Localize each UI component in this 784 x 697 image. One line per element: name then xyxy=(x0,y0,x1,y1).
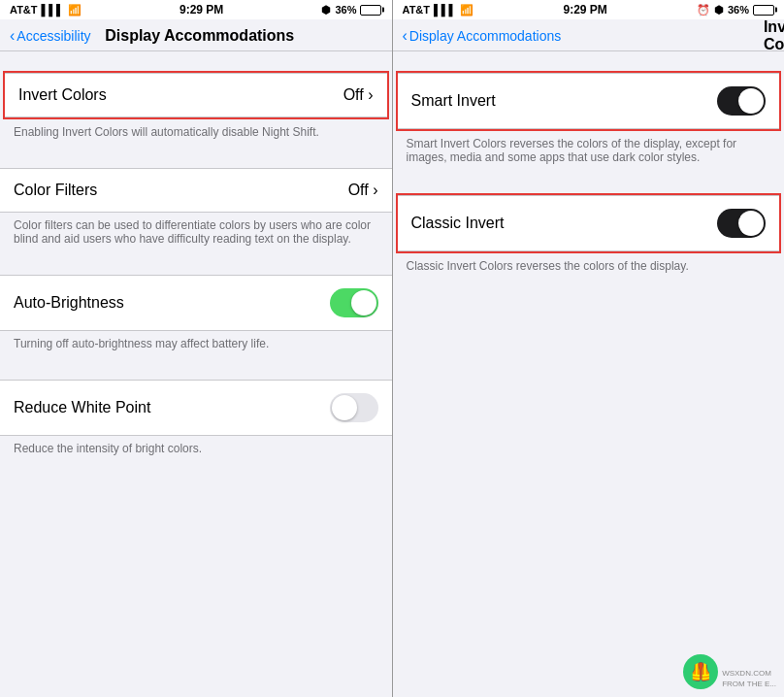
color-filters-label: Color Filters xyxy=(14,182,97,199)
watermark-text: WSXDN.COM FROM THE E... xyxy=(722,669,776,689)
right-back-label: Display Accommodations xyxy=(409,28,561,44)
left-nav-title: Display Accommodations xyxy=(105,27,294,45)
right-bluetooth-icon: ⬢ xyxy=(714,4,724,17)
color-filters-chevron: › xyxy=(373,182,377,198)
classic-invert-toggle[interactable] xyxy=(717,209,766,238)
watermark-logo: 🦺 xyxy=(683,654,718,689)
classic-invert-cell: Classic Invert xyxy=(398,195,780,251)
invert-colors-right: Off › xyxy=(343,86,374,104)
left-back-label: Accessibility xyxy=(16,28,90,44)
color-filters-section: Color Filters Off › xyxy=(0,168,392,213)
left-panel: AT&T ▌▌▌ 📶 9:29 PM ⬢ 36% ‹ Accessibility… xyxy=(0,0,393,697)
invert-colors-description: Enabling Invert Colors will automaticall… xyxy=(0,119,392,149)
right-signal-icon: ▌▌▌ xyxy=(434,4,456,16)
color-filters-value: Off xyxy=(348,182,369,198)
smart-invert-description: Smart Invert Colors reverses the colors … xyxy=(393,131,785,174)
right-status-right: ⏰ ⬢ 36% xyxy=(697,4,774,17)
right-battery-icon xyxy=(753,5,774,16)
left-status-bar: AT&T ▌▌▌ 📶 9:29 PM ⬢ 36% xyxy=(0,0,392,19)
auto-brightness-toggle[interactable] xyxy=(330,288,378,317)
reduce-white-description: Reduce the intensity of bright colors. xyxy=(0,436,392,465)
classic-invert-description: Classic Invert Colors reverses the color… xyxy=(393,253,785,282)
smart-invert-knob xyxy=(738,88,764,114)
right-content: Smart Invert Smart Invert Colors reverse… xyxy=(393,51,785,697)
auto-brightness-section: Auto-Brightness xyxy=(0,275,392,331)
invert-colors-cell[interactable]: Invert Colors Off › xyxy=(5,73,387,117)
right-carrier-label: AT&T xyxy=(403,4,431,16)
color-filters-cell[interactable]: Color Filters Off › xyxy=(0,168,392,213)
classic-invert-label: Classic Invert xyxy=(411,215,505,232)
reduce-white-section: Reduce White Point xyxy=(0,380,392,436)
reduce-white-label: Reduce White Point xyxy=(14,399,150,416)
color-filters-right: Off › xyxy=(348,182,378,199)
reduce-white-cell: Reduce White Point xyxy=(0,380,392,436)
smart-invert-label: Smart Invert xyxy=(411,92,496,110)
auto-brightness-description: Turning off auto-brightness may affect b… xyxy=(0,331,392,360)
reduce-white-toggle[interactable] xyxy=(330,393,378,422)
right-status-left: AT&T ▌▌▌ 📶 xyxy=(403,4,474,17)
smart-invert-section: Smart Invert xyxy=(396,71,782,131)
carrier-label: AT&T xyxy=(10,4,38,16)
smart-invert-toggle[interactable] xyxy=(717,86,766,116)
invert-colors-section: Invert Colors Off › xyxy=(3,71,389,119)
invert-colors-label: Invert Colors xyxy=(18,86,107,104)
right-status-bar: AT&T ▌▌▌ 📶 9:29 PM ⏰ ⬢ 36% xyxy=(393,0,785,19)
left-nav-bar: ‹ Accessibility Display Accommodations xyxy=(0,19,392,51)
battery-percent: 36% xyxy=(335,4,356,16)
smart-invert-cell: Smart Invert xyxy=(398,73,780,129)
watermark: 🦺 WSXDN.COM FROM THE E... xyxy=(683,654,776,689)
reduce-white-knob xyxy=(332,395,357,420)
right-back-button[interactable]: ‹ Display Accommodations xyxy=(403,27,562,45)
status-bar-right: ⬢ 36% xyxy=(321,4,381,17)
invert-colors-value: Off xyxy=(343,86,364,103)
right-back-chevron: ‹ xyxy=(403,27,408,45)
classic-invert-knob xyxy=(738,211,764,236)
auto-brightness-cell: Auto-Brightness xyxy=(0,275,392,331)
left-back-button[interactable]: ‹ Accessibility xyxy=(10,27,91,45)
classic-invert-section: Classic Invert xyxy=(396,193,782,253)
status-bar-time: 9:29 PM xyxy=(180,3,223,17)
battery-icon xyxy=(360,5,381,16)
auto-brightness-knob xyxy=(351,290,376,315)
color-filters-description: Color filters can be used to differentia… xyxy=(0,213,392,255)
bluetooth-icon: ⬢ xyxy=(321,4,331,17)
right-nav-bar: ‹ Display Accommodations Invert Colors xyxy=(393,19,785,51)
auto-brightness-label: Auto-Brightness xyxy=(14,294,124,312)
status-bar-left: AT&T ▌▌▌ 📶 xyxy=(10,4,82,17)
wifi-icon: 📶 xyxy=(68,4,82,17)
right-panel: AT&T ▌▌▌ 📶 9:29 PM ⏰ ⬢ 36% ‹ Display Acc… xyxy=(393,0,785,697)
right-alarm-icon: ⏰ xyxy=(697,4,710,17)
left-back-chevron: ‹ xyxy=(10,27,15,45)
right-battery-percent: 36% xyxy=(728,4,749,16)
right-nav-title: Invert Colors xyxy=(764,18,784,53)
left-content: Invert Colors Off › Enabling Invert Colo… xyxy=(0,51,392,697)
signal-icon: ▌▌▌ xyxy=(42,4,64,16)
right-wifi-icon: 📶 xyxy=(460,4,474,17)
right-status-time: 9:29 PM xyxy=(564,3,607,17)
invert-colors-chevron: › xyxy=(368,86,373,103)
